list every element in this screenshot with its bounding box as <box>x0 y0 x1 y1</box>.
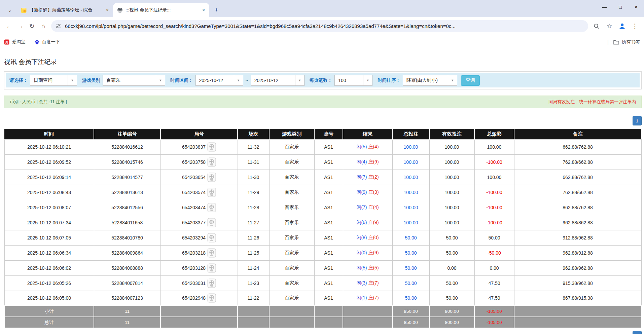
total-bet-cell: 100.00 <box>392 154 429 170</box>
bookmark-aitaobao[interactable]: 淘 爱淘宝 <box>4 39 26 45</box>
page-number-button[interactable]: 1 <box>633 331 642 334</box>
window-close-button[interactable]: × <box>628 0 644 14</box>
summary-cell <box>314 317 343 328</box>
total-bet-link[interactable]: 100.00 <box>404 144 418 150</box>
summary-cell: 850.00 <box>392 317 429 328</box>
video-replay-icon[interactable] <box>207 173 216 182</box>
table-no: AS1 <box>314 215 343 230</box>
bet-time: 2025-10-12 06:06:34 <box>4 245 94 260</box>
note: 662.88/762.88 <box>514 170 641 185</box>
page-size-select[interactable]: 100 ▼ <box>334 75 372 86</box>
video-replay-icon[interactable] <box>207 188 216 197</box>
filter-bar: 请选择： 日期查询 ▼ 游戏类别 百家乐 ▼ 时间区间： 2025-10-12 … <box>6 73 640 87</box>
reload-icon[interactable]: ↻ <box>26 21 38 32</box>
game-type-value: 百家乐 <box>103 77 156 83</box>
bet-id: 522884014577 <box>94 170 160 185</box>
bookmark-label: 百度一下 <box>42 39 60 45</box>
address-bar[interactable]: 66cxkj98.com/ipl/portal.php/game/betreco… <box>51 20 588 32</box>
total-bet-link[interactable]: 50.00 <box>405 235 417 240</box>
summary-cell <box>343 317 392 328</box>
bookmark-star-icon[interactable]: ☆ <box>604 21 615 32</box>
round-cell: 654203758 <box>160 154 238 170</box>
table-no: AS1 <box>314 154 343 170</box>
valid-bet: 50.00 <box>429 291 474 306</box>
search-button[interactable]: 查询 <box>461 75 480 86</box>
total-bet-link[interactable]: 100.00 <box>404 159 418 165</box>
payout: 100.00 <box>474 170 514 185</box>
total-bet-link[interactable]: 50.00 <box>405 250 417 256</box>
payout: 0.00 <box>474 260 514 275</box>
zoom-magnifier-icon[interactable] <box>591 21 602 32</box>
round-cell: 654203654 <box>160 170 238 185</box>
round-cell: 654203837 <box>160 139 238 154</box>
summary-cell: 11 <box>94 306 160 317</box>
summary-row: 小计11850.00800.00-105.00 <box>4 306 641 317</box>
bookmark-baidu[interactable]: 百度一下 <box>34 39 60 45</box>
sort-select[interactable]: 降幂(由大到小) ▼ <box>403 75 457 86</box>
summary-cell: -105.00 <box>474 317 514 328</box>
query-type-select[interactable]: 日期查询 ▼ <box>30 75 77 86</box>
total-bet-link[interactable]: 100.00 <box>404 175 418 180</box>
total-bet-cell: 100.00 <box>392 215 429 230</box>
total-bet-link[interactable]: 50.00 <box>405 265 417 271</box>
total-bet-link[interactable]: 50.00 <box>405 281 417 286</box>
game-type: 百家乐 <box>269 185 314 200</box>
result-banker: 庄(9) <box>368 220 379 225</box>
url-text[interactable]: 66cxkj98.com/ipl/portal.php/game/betreco… <box>65 23 584 29</box>
total-bet-link[interactable]: 100.00 <box>404 205 418 210</box>
home-icon[interactable]: ⌂ <box>38 21 49 32</box>
window-maximize-button[interactable]: □ <box>612 0 628 14</box>
result-banker: 庄(3) <box>368 189 379 195</box>
video-replay-icon[interactable] <box>207 157 216 167</box>
total-bet-link[interactable]: 100.00 <box>404 190 418 195</box>
video-replay-icon[interactable] <box>207 263 216 273</box>
tab-bet-record[interactable]: :::视讯 会员下注纪录::: × <box>113 3 209 17</box>
column-header-9: 有效投注 <box>429 129 474 139</box>
total-bet-cell: 100.00 <box>392 170 429 185</box>
video-replay-icon[interactable] <box>207 248 216 258</box>
session: 11-28 <box>238 200 269 215</box>
result-banker: 庄(7) <box>368 280 379 286</box>
session: 11-27 <box>238 215 269 230</box>
video-replay-icon[interactable] <box>207 233 216 243</box>
profile-avatar-icon[interactable] <box>616 21 628 32</box>
column-header-10: 总派彩 <box>474 129 514 139</box>
video-replay-icon[interactable] <box>207 218 216 227</box>
video-replay-icon[interactable] <box>207 293 216 303</box>
result-banker: 庄(5) <box>368 265 379 270</box>
site-settings-tune-icon[interactable] <box>55 23 62 29</box>
result-cell: 闲(1) 庄(7) <box>343 291 392 306</box>
video-replay-icon[interactable] <box>207 279 216 288</box>
tab-forum[interactable]: 【新提醒】海燕策略论坛 - 综合 × <box>17 3 113 17</box>
total-bet-link[interactable]: 100.00 <box>404 220 418 225</box>
bet-time: 2025-10-12 06:07:34 <box>4 215 94 230</box>
column-header-8: 总投注 <box>392 129 429 139</box>
date-to-select[interactable]: 2025-10-12 ▼ <box>251 75 305 86</box>
sort-label: 时间排序： <box>378 77 400 83</box>
browser-menu-icon[interactable]: ⋮ <box>629 21 641 32</box>
video-replay-icon[interactable] <box>207 142 216 152</box>
tab-list-chevron-icon[interactable]: ⌄ <box>4 3 15 17</box>
date-from-select[interactable]: 2025-10-12 ▼ <box>195 75 243 86</box>
result-banker: 庄(4) <box>368 144 379 149</box>
total-bet-link[interactable]: 50.00 <box>405 295 417 301</box>
page-content: 视讯 会员下注纪录 请选择： 日期查询 ▼ 游戏类别 百家乐 ▼ 时间区间： 2… <box>0 58 644 334</box>
page-number-button[interactable]: 1 <box>633 116 642 125</box>
round-cell: 654203574 <box>160 185 238 200</box>
game-type: 百家乐 <box>269 291 314 306</box>
all-bookmarks[interactable]: | 所有书签 <box>607 39 640 45</box>
game-type-select[interactable]: 百家乐 ▼ <box>103 75 165 86</box>
valid-bet: 50.00 <box>429 275 474 291</box>
bet-time: 2025-10-12 06:06:02 <box>4 260 94 275</box>
valid-bet: 100.00 <box>429 170 474 185</box>
new-tab-button[interactable]: + <box>211 5 221 15</box>
tab-close-icon[interactable]: × <box>201 7 207 13</box>
result-player: 闲(7) <box>356 205 367 210</box>
forward-icon[interactable]: → <box>15 21 26 32</box>
video-replay-icon[interactable] <box>207 203 216 212</box>
tab-close-icon[interactable]: × <box>104 7 110 13</box>
back-icon[interactable]: ← <box>3 21 15 32</box>
pagination-top: 1 <box>4 116 642 125</box>
note: 962.88/862.88 <box>514 215 641 230</box>
window-minimize-button[interactable]: — <box>597 0 612 14</box>
